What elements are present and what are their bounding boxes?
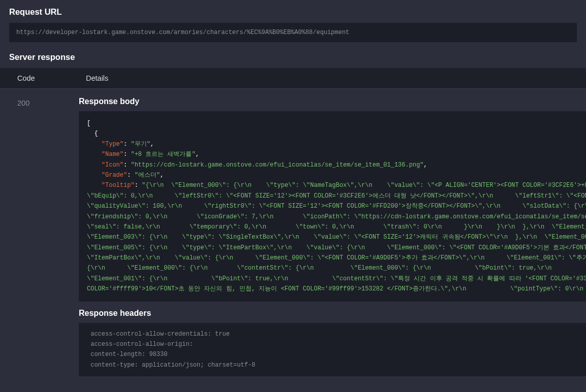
code-column-header: Code (0, 68, 79, 88)
response-headers-title: Response headers (79, 309, 586, 323)
response-table: Code Details 200 Response body [ { "Type… (0, 68, 586, 376)
request-url-value[interactable]: https://developer-lostark.game.onstove.c… (9, 23, 577, 42)
request-url-title: Request URL (0, 0, 586, 23)
details-column-header: Details (79, 68, 586, 88)
response-row: 200 Response body [ { "Type": "무기", "Nam… (0, 89, 586, 376)
response-body-code[interactable]: [ { "Type": "무기", "Name": "+8 흐르는 새벽가를",… (79, 111, 586, 302)
response-table-header: Code Details (0, 68, 586, 89)
status-code: 200 (0, 89, 79, 376)
server-response-title: Server response (0, 45, 586, 68)
response-body-title: Response body (79, 97, 586, 111)
response-headers-block[interactable]: access-control-allow-credentials: true a… (79, 323, 586, 377)
